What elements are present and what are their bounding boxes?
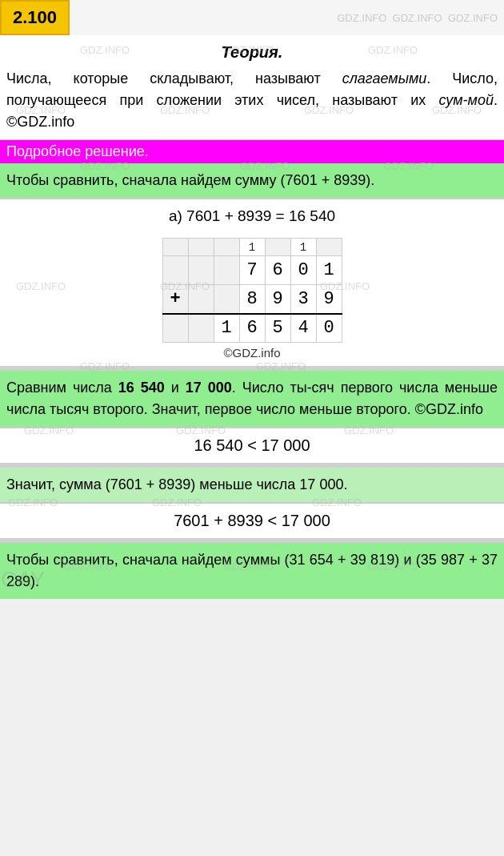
result-d5: 0 <box>316 314 342 343</box>
inequality-2-line: 7601 + 8939 < 17 000 <box>0 504 504 538</box>
carry-c5 <box>316 239 342 256</box>
carry-c4: 1 <box>290 239 316 256</box>
num1-d3: 6 <box>265 256 290 285</box>
conclusion-section: Значит, сумма (7601 + 8939) меньше числа… <box>0 468 504 502</box>
conclusion-text: Значит, сумма (7601 + 8939) меньше числа… <box>6 476 347 492</box>
detailed-solution-bar[interactable]: Подробное решение. <box>0 140 504 163</box>
carry-c2: 1 <box>239 239 265 256</box>
intro-green-section: Чтобы сравнить, сначала найдем сумму (76… <box>0 163 504 198</box>
calc-table-wrapper: 1 1 7 6 0 1 + <box>0 233 504 366</box>
num1-row: 7 6 0 1 <box>162 256 342 285</box>
bottom-section: Чтобы сравнить, сначала найдем суммы (31… <box>0 543 504 599</box>
theory-text: Числа, которые складывают, называют слаг… <box>6 68 498 133</box>
num2-d5: 9 <box>316 285 342 314</box>
num1-d1 <box>214 256 239 285</box>
carry-c1 <box>214 239 239 256</box>
operator-cell: + <box>162 285 188 314</box>
header-bar: 2.100 GDZ.INFO GDZ.INFO GDZ.INFO <box>0 0 504 35</box>
compare-bold-1: 16 540 <box>118 380 165 396</box>
theory-italic-1: слагаемыми <box>342 70 427 86</box>
num1-d5: 1 <box>316 256 342 285</box>
equation-a: а) 7601 + 8939 = 16 540 <box>0 199 504 233</box>
inequality-2-text: 7601 + 8939 < 17 000 <box>174 512 330 529</box>
num2-row: + 8 9 3 9 <box>162 285 342 314</box>
compare-bold-2: 17 000 <box>186 380 232 396</box>
result-op <box>162 314 188 343</box>
theory-title: Теория. <box>6 43 498 62</box>
num2-d0 <box>188 285 214 314</box>
carry-row: 1 1 <box>162 239 342 256</box>
bottom-text: Чтобы сравнить, сначала найдем суммы (31… <box>6 552 498 589</box>
theory-italic-2: сум-мой <box>438 92 494 108</box>
carry-op-cell <box>162 239 188 256</box>
calc-table: 1 1 7 6 0 1 + <box>162 238 342 343</box>
compare-text-1: Сравним числа <box>6 380 118 396</box>
result-d3: 5 <box>265 314 290 343</box>
detailed-solution-label: Подробное решение. <box>6 143 149 159</box>
problem-number: 2.100 <box>0 0 70 35</box>
result-d2: 6 <box>239 314 265 343</box>
carry-c3 <box>265 239 290 256</box>
num1-d4: 0 <box>290 256 316 285</box>
header-watermarks: GDZ.INFO GDZ.INFO GDZ.INFO <box>70 0 504 35</box>
result-row: 1 6 5 4 0 <box>162 314 342 343</box>
num2-d1 <box>214 285 239 314</box>
compare-text-2: и <box>165 380 186 396</box>
num2-d4: 3 <box>290 285 316 314</box>
compare-section: Сравним числа 16 540 и 17 000. Число ты-… <box>0 371 504 427</box>
num1-d0 <box>188 256 214 285</box>
result-d1: 1 <box>214 314 239 343</box>
num2-d2: 8 <box>239 285 265 314</box>
theory-text-1: Числа, которые складывают, называют <box>6 70 342 86</box>
equation-a-text: а) 7601 + 8939 = 16 540 <box>169 207 335 224</box>
intro-text: Чтобы сравнить, сначала найдем сумму (76… <box>6 172 374 188</box>
inequality-1-line: 16 540 < 17 000 <box>0 428 504 463</box>
num1-op <box>162 256 188 285</box>
carry-c0 <box>188 239 214 256</box>
result-d4: 4 <box>290 314 316 343</box>
header-watermark-text: GDZ.INFO GDZ.INFO GDZ.INFO <box>337 12 498 24</box>
num1-d2: 7 <box>239 256 265 285</box>
num2-d3: 9 <box>265 285 290 314</box>
inequality-1-text: 16 540 < 17 000 <box>194 436 310 454</box>
theory-section: Теория. Числа, которые складывают, назыв… <box>0 35 504 140</box>
copyright-text: ©GDZ.info <box>217 343 286 366</box>
result-d0 <box>188 314 214 343</box>
